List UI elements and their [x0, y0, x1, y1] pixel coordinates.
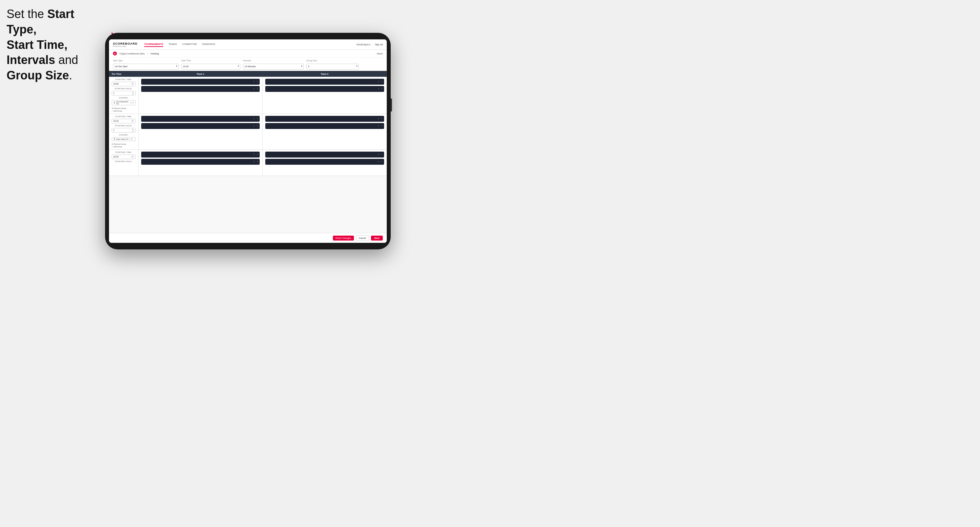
team1-cell-2: ✕ ✎ ✕ ✎ [138, 114, 262, 149]
save-button[interactable]: Save [371, 236, 383, 241]
logo-sub: Powered by clippd [113, 45, 138, 47]
course-tag-2: 🏌 East Lake GC × ⊘ [111, 137, 135, 141]
tablet-screen: SCOREBOARD Powered by clippd TOURNAMENTS… [109, 40, 387, 243]
course-tag-1: 🏌 (A) Peachtree GC × ⊘ [111, 100, 135, 105]
nav-tab-teams[interactable]: TEAMS [169, 42, 177, 47]
breadcrumb-tournament: Clippd Invitational (Me) [119, 52, 145, 55]
player-edit-6-1[interactable]: ✎ [381, 153, 383, 156]
player-edit-6-2[interactable]: ✎ [381, 160, 383, 163]
starting-hole-label-3: STARTING HOLE: [111, 160, 135, 162]
player-remove-4-2[interactable]: ✕ [377, 125, 380, 127]
player-remove-6-2[interactable]: ✕ [377, 160, 380, 163]
add-group-2[interactable]: +Add Group [111, 146, 135, 148]
starting-hole-label-1: STARTING HOLE: [111, 87, 135, 90]
start-time-select[interactable]: 10:00 10:10 10:20 [181, 63, 240, 70]
player-edit-1-1[interactable]: ✎ [256, 80, 258, 83]
start-time-field: Start Time 10:00 10:10 10:20 [181, 59, 240, 70]
cancel-button[interactable]: Cancel [356, 235, 369, 241]
remove-group-1[interactable]: ⊖Remove Group [111, 107, 135, 109]
instruction-bold4: Group Size [6, 68, 69, 82]
player-slot-4-2: ✕ ✎ [265, 123, 384, 129]
player-remove-3-1[interactable]: ✕ [253, 117, 255, 120]
player-remove-4-1[interactable]: ✕ [377, 117, 380, 120]
player-slot-4-1: ✕ ✎ [265, 116, 384, 122]
player-edit-2-1[interactable]: ✎ [381, 80, 383, 83]
player-edit-5-2[interactable]: ✎ [256, 160, 258, 163]
remove-group-2[interactable]: ⊖Remove Group [111, 143, 135, 145]
start-type-select[interactable]: 1st Tee Start Shotgun Start [113, 63, 178, 70]
group-size-select-wrapper: 3 4 2 [306, 63, 359, 70]
player-edit-3-2[interactable]: ✎ [256, 125, 258, 127]
add-group-1[interactable]: +Add Group [111, 110, 135, 112]
course-icon-1: 🏌 [113, 102, 116, 104]
clock-icon-3: 🕐 [131, 156, 134, 158]
player-edit-3-1[interactable]: ✎ [256, 117, 258, 120]
instruction-line1: Set the [6, 7, 47, 21]
player-slot-5-1: ✕ ✎ [141, 152, 260, 157]
player-remove-5-1[interactable]: ✕ [253, 153, 255, 156]
team1-cell-3: ✕ ✎ ✕ ✎ [138, 150, 262, 176]
player-remove-2-1[interactable]: ✕ [377, 80, 380, 83]
starting-time-label-1: STARTING TIME: [111, 78, 135, 80]
nav-tabs: TOURNAMENTS TEAMS COMMITTEE RANKINGS [144, 42, 356, 47]
starting-time-input-2[interactable]: 10:10 🕐 [111, 119, 135, 123]
sign-out-link[interactable]: Sign out [375, 43, 383, 46]
starting-hole-select-1[interactable]: 1 ▲▼ [111, 91, 135, 95]
player-remove-2-2[interactable]: ✕ [377, 87, 380, 90]
player-edit-1-2[interactable]: ✎ [256, 87, 258, 90]
clock-icon-1: 🕐 [131, 83, 134, 85]
player-remove-3-2[interactable]: ✕ [253, 125, 255, 127]
navbar: SCOREBOARD Powered by clippd TOURNAMENTS… [109, 40, 387, 50]
team2-cell-2: ✕ ✎ ✕ ✎ [262, 114, 387, 149]
course-label-1: COURSE: [111, 97, 135, 99]
breadcrumb-icon: C [113, 51, 117, 56]
bottom-bar: Reset Changes Cancel Save [109, 233, 387, 243]
instruction-line4-end: . [69, 68, 72, 82]
breadcrumb-section: Hosting [151, 52, 159, 55]
start-type-label: Start Type [113, 59, 178, 62]
starting-time-input-1[interactable]: 10:00 🕐 [111, 82, 135, 86]
player-remove-1-2[interactable]: ✕ [253, 87, 255, 90]
player-slot-2-1: ✕ ✎ [265, 79, 384, 85]
table-row: STARTING TIME: 10:10 🕐 STARTING HOLE: 1 … [109, 114, 387, 150]
player-slot-5-2: ✕ ✎ [141, 159, 260, 165]
th-team1: Team 1 [138, 71, 262, 77]
reset-changes-button[interactable]: Reset Changes [333, 236, 354, 241]
course-remove-2[interactable]: ⊘ [131, 138, 133, 140]
player-edit-4-2[interactable]: ✎ [381, 125, 383, 127]
team1-cell-1: ✕ ✎ ✕ ✎ [138, 77, 262, 114]
player-edit-5-1[interactable]: ✎ [256, 153, 258, 156]
table-header: Tee Time Team 1 Team 2 [109, 71, 387, 77]
table-row: STARTING TIME: 10:20 🕐 STARTING HOLE: ✕ … [109, 150, 387, 176]
player-slot-1-2: ✕ ✎ [141, 86, 260, 92]
player-remove-6-1[interactable]: ✕ [377, 153, 380, 156]
intervals-field: Intervals 10 Minutes 8 Minutes 12 Minute… [243, 59, 304, 70]
course-label-2: COURSE: [111, 134, 135, 136]
logo-text: SCOREBOARD [113, 42, 138, 45]
player-slot-6-2: ✕ ✎ [265, 159, 384, 165]
starting-hole-select-2[interactable]: 1 ▲▼ [111, 128, 135, 133]
group-size-select[interactable]: 3 4 2 [306, 63, 359, 70]
breadcrumb-separator: | [147, 52, 148, 55]
player-remove-5-2[interactable]: ✕ [253, 160, 255, 163]
intervals-select[interactable]: 10 Minutes 8 Minutes 12 Minutes [243, 63, 304, 70]
team2-cell-3: ✕ ✎ ✕ ✎ [262, 150, 387, 176]
nav-tab-rankings[interactable]: RANKINGS [202, 42, 215, 47]
tee-actions-2: ⊖Remove Group +Add Group [111, 143, 135, 148]
player-slot-3-2: ✕ ✎ [141, 123, 260, 129]
tablet-frame: SCOREBOARD Powered by clippd TOURNAMENTS… [105, 33, 391, 249]
user-email: blair@clippd.io [356, 43, 371, 46]
tee-left-3: STARTING TIME: 10:20 🕐 STARTING HOLE: [109, 150, 138, 176]
player-edit-4-1[interactable]: ✎ [381, 117, 383, 120]
back-button[interactable]: ‹ Back [376, 52, 383, 55]
player-edit-2-2[interactable]: ✎ [381, 87, 383, 90]
table-row: STARTING TIME: 10:00 🕐 STARTING HOLE: 1 … [109, 77, 387, 114]
start-type-select-wrapper: 1st Tee Start Shotgun Start [113, 63, 178, 70]
intervals-label: Intervals [243, 59, 304, 62]
nav-tab-tournaments[interactable]: TOURNAMENTS [144, 42, 163, 47]
player-remove-1-1[interactable]: ✕ [253, 80, 255, 83]
starting-time-input-3[interactable]: 10:20 🕐 [111, 154, 135, 159]
course-remove-1[interactable]: ⊘ [132, 102, 134, 104]
nav-tab-committee[interactable]: COMMITTEE [182, 42, 197, 47]
start-type-field: Start Type 1st Tee Start Shotgun Start [113, 59, 178, 70]
